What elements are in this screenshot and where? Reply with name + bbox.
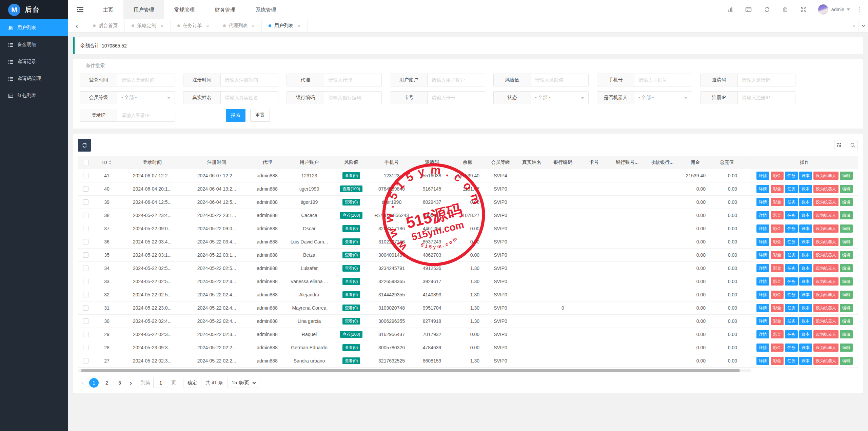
- risk-view-badge[interactable]: 查看(0): [342, 305, 360, 311]
- row-checkbox[interactable]: [83, 226, 88, 231]
- sidebar-item[interactable]: 用户列表: [0, 19, 68, 36]
- row-checkbox[interactable]: [83, 173, 88, 178]
- trash-icon[interactable]: [776, 6, 794, 13]
- risk-view-badge[interactable]: 查看(0): [342, 252, 360, 258]
- tabs-scroll-left-icon[interactable]: ‹: [68, 19, 86, 32]
- refresh-icon[interactable]: [758, 6, 776, 13]
- action-detail-button[interactable]: 详情: [756, 185, 769, 193]
- page-prev-icon[interactable]: ‹: [78, 378, 87, 388]
- risk-view-badge[interactable]: 查看(0): [342, 344, 360, 351]
- field-input[interactable]: [221, 74, 278, 86]
- table-refresh-button[interactable]: [78, 139, 91, 152]
- action-set-robot-button[interactable]: 设为机器人: [813, 277, 839, 286]
- action-edit-button[interactable]: 编辑: [840, 291, 853, 299]
- action-ledger-button[interactable]: 账本: [799, 264, 812, 272]
- action-ledger-button[interactable]: 账本: [799, 172, 812, 180]
- action-set-robot-button[interactable]: 设为机器人: [813, 198, 839, 206]
- row-checkbox[interactable]: [83, 292, 88, 297]
- risk-view-badge[interactable]: 查看(0): [342, 199, 360, 205]
- action-ledger-button[interactable]: 账本: [799, 224, 812, 233]
- action-edit-button[interactable]: 编辑: [840, 211, 853, 219]
- action-task-button[interactable]: 任务: [785, 224, 798, 233]
- sidebar-item[interactable]: 邀请记录: [0, 53, 68, 70]
- action-ledger-button[interactable]: 账本: [799, 291, 812, 299]
- field-input[interactable]: [221, 92, 278, 104]
- risk-view-badge[interactable]: 查看(0): [342, 238, 360, 245]
- jump-confirm-button[interactable]: 确定: [183, 378, 201, 388]
- scrollbar-thumb[interactable]: [81, 369, 740, 372]
- action-edit-button[interactable]: 编辑: [840, 304, 853, 312]
- action-ledger-button[interactable]: 账本: [799, 330, 812, 338]
- action-ledger-button[interactable]: 账本: [799, 317, 812, 325]
- action-set-robot-button[interactable]: 设为机器人: [813, 344, 839, 352]
- field-input[interactable]: [738, 74, 795, 86]
- tabs-menu-icon[interactable]: [859, 19, 868, 32]
- action-ledger-button[interactable]: 账本: [799, 277, 812, 286]
- action-detail-button[interactable]: 详情: [756, 264, 769, 272]
- action-bonus-button[interactable]: 彩金: [771, 304, 784, 312]
- action-edit-button[interactable]: 编辑: [840, 357, 853, 365]
- action-ledger-button[interactable]: 账本: [799, 211, 812, 219]
- action-task-button[interactable]: 任务: [785, 264, 798, 272]
- risk-view-badge[interactable]: 查看(0): [342, 225, 360, 232]
- row-checkbox[interactable]: [83, 199, 88, 205]
- action-detail-button[interactable]: 详情: [756, 172, 769, 180]
- row-checkbox[interactable]: [83, 186, 88, 192]
- topnav-item[interactable]: 用户管理: [123, 0, 164, 19]
- action-bonus-button[interactable]: 彩金: [771, 344, 784, 352]
- tab-close-icon[interactable]: ×: [160, 23, 163, 29]
- fullscreen-icon[interactable]: [794, 6, 813, 13]
- action-task-button[interactable]: 任务: [785, 304, 798, 312]
- row-checkbox[interactable]: [83, 358, 88, 364]
- more-vertical-icon[interactable]: ⋮: [857, 7, 863, 13]
- field-select[interactable]: - 全部 -: [117, 92, 175, 104]
- field-input[interactable]: [117, 74, 175, 86]
- action-task-button[interactable]: 任务: [785, 211, 798, 219]
- action-set-robot-button[interactable]: 设为机器人: [813, 291, 839, 299]
- field-input[interactable]: [324, 74, 381, 86]
- action-detail-button[interactable]: 详情: [756, 330, 769, 338]
- action-set-robot-button[interactable]: 设为机器人: [813, 251, 839, 259]
- menu-fold-icon[interactable]: [77, 7, 83, 12]
- action-detail-button[interactable]: 详情: [756, 198, 769, 206]
- action-edit-button[interactable]: 编辑: [840, 198, 853, 206]
- row-checkbox[interactable]: [83, 213, 88, 218]
- field-input[interactable]: [324, 92, 381, 104]
- field-input[interactable]: [634, 74, 692, 86]
- action-detail-button[interactable]: 详情: [756, 277, 769, 286]
- action-bonus-button[interactable]: 彩金: [771, 185, 784, 193]
- tab[interactable]: 后台首页: [86, 19, 125, 32]
- action-task-button[interactable]: 任务: [785, 317, 798, 325]
- risk-view-badge[interactable]: 查看(0): [342, 318, 360, 325]
- tab[interactable]: 策略定制×: [125, 19, 171, 32]
- action-bonus-button[interactable]: 彩金: [771, 198, 784, 206]
- action-detail-button[interactable]: 详情: [756, 211, 769, 219]
- sort-icon[interactable]: [109, 159, 112, 166]
- action-detail-button[interactable]: 详情: [756, 291, 769, 299]
- action-task-button[interactable]: 任务: [785, 357, 798, 365]
- action-set-robot-button[interactable]: 设为机器人: [813, 172, 839, 180]
- columns-toggle-icon[interactable]: [834, 140, 844, 150]
- row-checkbox[interactable]: [83, 266, 88, 271]
- action-edit-button[interactable]: 编辑: [840, 317, 853, 325]
- risk-view-badge[interactable]: 查看(100): [340, 212, 362, 219]
- action-edit-button[interactable]: 编辑: [840, 277, 853, 286]
- action-ledger-button[interactable]: 账本: [799, 304, 812, 312]
- action-set-robot-button[interactable]: 设为机器人: [813, 224, 839, 233]
- username[interactable]: admin: [831, 7, 844, 12]
- action-edit-button[interactable]: 编辑: [840, 172, 853, 180]
- action-set-robot-button[interactable]: 设为机器人: [813, 330, 839, 338]
- page-number[interactable]: 2: [102, 378, 112, 388]
- bar-chart-icon[interactable]: [721, 6, 739, 13]
- topnav-item[interactable]: 系统管理: [245, 0, 286, 19]
- row-checkbox[interactable]: [83, 305, 88, 311]
- tab-close-icon[interactable]: ×: [252, 23, 255, 29]
- sidebar-item[interactable]: 资金明细: [0, 36, 68, 53]
- field-input[interactable]: [117, 109, 175, 121]
- caret-down-icon[interactable]: [847, 8, 850, 12]
- action-edit-button[interactable]: 编辑: [840, 264, 853, 272]
- risk-view-badge[interactable]: 查看(0): [342, 172, 360, 179]
- action-edit-button[interactable]: 编辑: [840, 185, 853, 193]
- risk-view-badge[interactable]: 查看(0): [342, 291, 360, 298]
- action-bonus-button[interactable]: 彩金: [771, 251, 784, 259]
